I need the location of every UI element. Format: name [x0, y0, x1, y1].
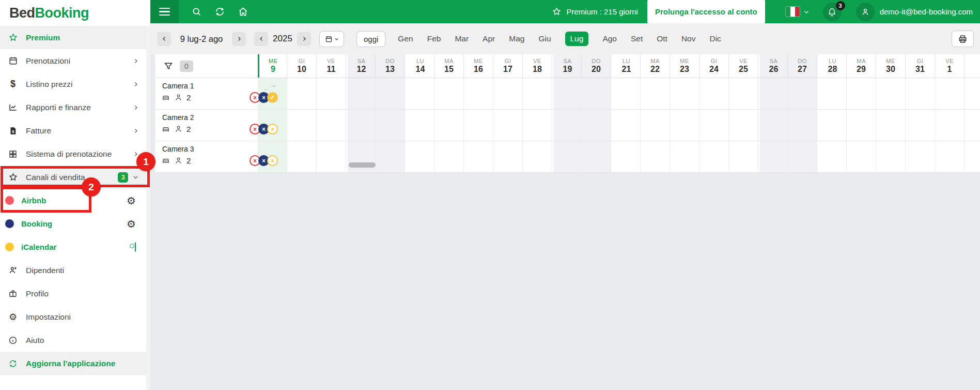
calendar-cell[interactable]: [405, 141, 434, 172]
month-tab-lug-selected[interactable]: Lug: [565, 32, 589, 46]
gear-icon[interactable]: ⚙: [127, 196, 136, 206]
month-tab-giu[interactable]: Giu: [538, 34, 551, 43]
home-icon[interactable]: [238, 6, 248, 17]
sidebar-item-canali-di-vendita[interactable]: Canali di vendita 3: [0, 166, 146, 189]
day-header[interactable]: ME23: [670, 54, 699, 78]
calendar-cell[interactable]: [346, 141, 376, 172]
day-header[interactable]: ME16: [464, 54, 493, 78]
calendar-cell[interactable]: [464, 110, 493, 141]
horizontal-scrollbar-thumb[interactable]: [349, 162, 376, 168]
calendar-cell[interactable]: [641, 141, 670, 172]
print-button[interactable]: [952, 31, 974, 47]
calendar-cell[interactable]: [758, 78, 788, 109]
sidebar-item-aggiorna-applicazione[interactable]: Aggiorna l'applicazione: [0, 352, 146, 375]
gear-icon[interactable]: ⚙: [127, 219, 136, 229]
day-header[interactable]: DO13: [376, 54, 405, 78]
calendar-cell[interactable]: [847, 78, 876, 109]
calendar-cell[interactable]: [876, 78, 906, 109]
day-header[interactable]: VE1: [935, 54, 965, 78]
calendar-cell[interactable]: [965, 141, 980, 172]
sidebar-item-fatture[interactable]: $ Fatture: [0, 119, 146, 142]
day-header[interactable]: VE11: [317, 54, 346, 78]
calendar-cell[interactable]: [758, 110, 788, 141]
calendar-cell[interactable]: [699, 78, 729, 109]
hamburger-menu-icon[interactable]: [150, 0, 179, 23]
day-header[interactable]: MA22: [641, 54, 670, 78]
calendar-cell[interactable]: [788, 110, 817, 141]
day-header[interactable]: GI10: [287, 54, 317, 78]
day-header[interactable]: LU21: [611, 54, 641, 78]
calendar-cell[interactable]: [405, 110, 434, 141]
room-info[interactable]: Camera 2 2: [155, 110, 258, 141]
month-tab-dic[interactable]: Dic: [709, 34, 721, 43]
calendar-cell[interactable]: [552, 78, 582, 109]
day-header[interactable]: DO27: [788, 54, 817, 78]
calendar-cell[interactable]: [670, 78, 699, 109]
calendar-cell[interactable]: [729, 78, 758, 109]
calendar-cell[interactable]: [906, 78, 935, 109]
next-year-button[interactable]: [297, 32, 311, 46]
calendar-cell[interactable]: [582, 110, 611, 141]
calendar-cell[interactable]: [317, 78, 346, 109]
calendar-cell[interactable]: [788, 141, 817, 172]
day-header[interactable]: ME30: [876, 54, 906, 78]
calendar-cell[interactable]: [847, 110, 876, 141]
room-info[interactable]: Camera 3 2: [155, 141, 258, 172]
day-header[interactable]: VE25: [729, 54, 758, 78]
calendar-cell[interactable]: [523, 78, 552, 109]
day-header[interactable]: MA29: [847, 54, 876, 78]
sidebar-item-airbnb[interactable]: Airbnb ⚙: [0, 189, 146, 212]
calendar-cell[interactable]: [346, 110, 376, 141]
calendar-cell[interactable]: [434, 110, 464, 141]
sidebar-item-prenotazioni[interactable]: Prenotazioni: [0, 49, 146, 72]
calendar-cell[interactable]: [935, 141, 965, 172]
calendar-cell[interactable]: [317, 141, 346, 172]
calendar-view-dropdown[interactable]: [319, 31, 344, 47]
sidebar-item-aiuto[interactable]: Aiuto: [0, 328, 146, 352]
room-info[interactable]: Camera 1 2: [155, 78, 258, 109]
day-header[interactable]: LU28: [817, 54, 847, 78]
calendar-cell[interactable]: [523, 141, 552, 172]
premium-status[interactable]: Premium : 215 giorni: [552, 7, 637, 17]
calendar-cell[interactable]: [670, 110, 699, 141]
calendar-cell[interactable]: [817, 110, 847, 141]
calendar-cell[interactable]: [464, 78, 493, 109]
calendar-cell[interactable]: [935, 78, 965, 109]
calendar-cell[interactable]: [287, 110, 317, 141]
calendar-cell[interactable]: [376, 110, 405, 141]
calendar-cell[interactable]: [376, 78, 405, 109]
calendar-cell[interactable]: [493, 110, 523, 141]
calendar-cell[interactable]: [317, 110, 346, 141]
month-tab-nov[interactable]: Nov: [681, 34, 696, 43]
calendar-cell[interactable]: [552, 141, 582, 172]
calendar-cell[interactable]: [847, 141, 876, 172]
calendar-cell[interactable]: [493, 78, 523, 109]
extend-account-button[interactable]: Prolunga l'accesso al conto: [647, 0, 765, 23]
day-header[interactable]: LU14: [405, 54, 434, 78]
sidebar-item-sistema-prenotazione[interactable]: Sistema di prenotazione: [0, 142, 146, 166]
next-range-button[interactable]: [232, 32, 246, 46]
calendar-cell[interactable]: [287, 78, 317, 109]
calendar-cell[interactable]: [493, 141, 523, 172]
prev-range-button[interactable]: [157, 32, 171, 46]
sidebar-item-booking[interactable]: Booking ⚙: [0, 212, 146, 235]
month-tab-mag[interactable]: Mag: [509, 34, 524, 43]
notifications-bell-icon[interactable]: 3: [823, 3, 842, 21]
calendar-cell[interactable]: [788, 78, 817, 109]
calendar-cell[interactable]: [405, 78, 434, 109]
calendar-cell[interactable]: [906, 110, 935, 141]
calendar-cell[interactable]: [817, 141, 847, 172]
calendar-cell[interactable]: [729, 141, 758, 172]
calendar-cell[interactable]: [346, 78, 376, 109]
user-email[interactable]: demo-it@bed-booking.com: [880, 7, 973, 16]
sidebar-item-premium[interactable]: Premium: [0, 26, 146, 49]
calendar-cell[interactable]: [876, 110, 906, 141]
calendar-cell[interactable]: [552, 110, 582, 141]
month-tab-gen[interactable]: Gen: [398, 34, 413, 43]
refresh-icon[interactable]: [214, 6, 225, 17]
calendar-cell[interactable]: [523, 110, 552, 141]
calendar-cell[interactable]: [611, 141, 641, 172]
sidebar-item-profilo[interactable]: Profilo: [0, 282, 146, 305]
day-header[interactable]: GI24: [699, 54, 729, 78]
month-tab-ago[interactable]: Ago: [602, 34, 617, 43]
